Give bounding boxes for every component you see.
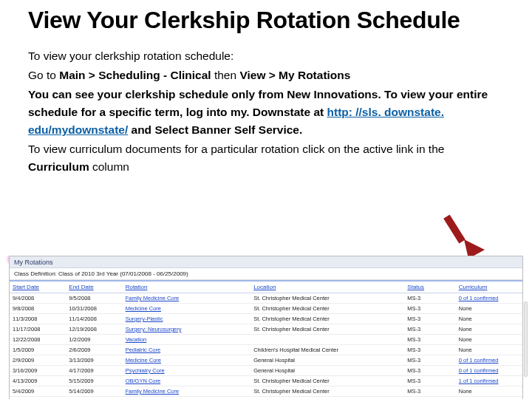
location-cell: General Hospital: [250, 366, 404, 376]
status-cell: MS-3: [404, 366, 455, 376]
start-date-cell: 4/13/2009: [10, 376, 66, 386]
page-title: View Your Clerkship Rotation Schedule: [28, 7, 504, 34]
start-date-cell: 2/9/2009: [10, 355, 66, 366]
location-cell: [250, 335, 404, 345]
rotation-link[interactable]: Surgery: Neurosurgery: [126, 326, 182, 332]
curriculum-cell[interactable]: 0 of 1 confirmed: [456, 355, 522, 366]
end-date-cell: 3/13/2009: [66, 355, 122, 366]
rotation-cell[interactable]: Family Medicine Core: [123, 293, 251, 304]
end-date-cell: 10/31/2008: [66, 304, 122, 314]
location-cell: General Hospital: [250, 355, 404, 366]
nav-view: View > My Rotations: [239, 69, 350, 81]
col-header-location[interactable]: Location: [250, 281, 404, 293]
status-cell: MS-3: [404, 293, 455, 304]
rotation-link[interactable]: Medicine Core: [126, 305, 161, 312]
location-cell: Children's Hospital Medical Center: [250, 345, 404, 355]
start-date-cell: 5/4/2009: [10, 386, 66, 397]
note2a: To view curriculum documents for a parti…: [28, 143, 444, 155]
status-cell: MS-3: [404, 324, 455, 335]
status-cell: MS-3: [404, 397, 455, 400]
location-cell: St. Christopher Medical Center: [250, 314, 404, 324]
status-cell: MS-3: [404, 345, 455, 355]
nav-main: Main > Scheduling - Clinical: [59, 69, 211, 81]
start-date-cell: 11/3/2008: [10, 314, 66, 324]
curriculum-cell[interactable]: 0 of 1 confirmed: [456, 366, 522, 376]
classdef-label: Class Definition:: [14, 270, 57, 277]
table-row: 5/4/20095/14/2009Family Medicine CoreSt.…: [10, 386, 522, 397]
end-date-cell: 11/14/2008: [66, 314, 122, 324]
curriculum-cell: None: [456, 345, 522, 355]
curriculum-cell[interactable]: 0 of 1 confirmed: [456, 293, 522, 304]
start-date-cell: 3/16/2009: [10, 366, 66, 376]
location-cell: St. Christopher Medical Center: [250, 324, 404, 335]
curriculum-cell: None: [456, 314, 522, 324]
col-header-start[interactable]: Start Date: [10, 281, 66, 293]
rotation-cell[interactable]: Vacation: [123, 335, 251, 345]
col-header-status[interactable]: Status: [404, 281, 455, 293]
rotation-cell[interactable]: Psychiatry Core: [123, 366, 251, 376]
table-row: 5/18/20095/19/2009Pediatric CoreSt. Chri…: [10, 397, 522, 400]
slide: View Your Clerkship Rotation Schedule To…: [0, 0, 532, 399]
end-date-cell: 9/5/2008: [66, 293, 122, 304]
curriculum-link[interactable]: 0 of 1 confirmed: [459, 295, 499, 301]
arrow-icon: [442, 213, 486, 260]
curriculum-cell: None: [456, 324, 522, 335]
start-date-cell: 5/18/2009: [10, 397, 66, 400]
instruction-text: To view your clerkship rotation schedule…: [28, 47, 504, 176]
rotation-cell[interactable]: Pediatric Core: [123, 397, 251, 400]
rotation-cell[interactable]: Surgery-Plastic: [123, 314, 251, 324]
nav-prefix: Go to: [28, 69, 59, 81]
col-header-rotation[interactable]: Rotation: [123, 281, 251, 293]
status-cell: MS-3: [404, 314, 455, 324]
curriculum-link[interactable]: 1 of 1 confirmed: [459, 378, 499, 384]
curriculum-cell: None: [456, 397, 522, 400]
start-date-cell: 12/22/2008: [10, 335, 66, 345]
curriculum-link[interactable]: 0 of 1 confirmed: [459, 367, 499, 374]
table-row: 9/8/200810/31/2008Medicine CoreSt. Chris…: [10, 304, 522, 314]
rotation-cell[interactable]: Medicine Core: [123, 355, 251, 366]
rotation-link[interactable]: OB/GYN Core: [126, 378, 161, 384]
note-new-innovations: You can see your clerkship schedule only…: [28, 86, 504, 139]
curriculum-cell[interactable]: 1 of 1 confirmed: [456, 376, 522, 386]
note-curriculum: To view curriculum documents for a parti…: [28, 140, 504, 176]
end-date-cell: 5/14/2009: [66, 386, 122, 397]
start-date-cell: 9/4/2008: [10, 293, 66, 304]
nav-line: Go to Main > Scheduling - Clinical then …: [28, 66, 504, 84]
rotation-link[interactable]: Psychiatry Core: [126, 367, 165, 374]
rotations-table: Start Date End Date Rotation Location St…: [10, 280, 522, 399]
rotation-cell[interactable]: Surgery: Neurosurgery: [123, 324, 251, 335]
table-row: 2/9/20093/13/2009Medicine CoreGeneral Ho…: [10, 355, 522, 366]
curriculum-link[interactable]: 0 of 1 confirmed: [459, 357, 499, 364]
location-cell: St. Christopher Medical Center: [250, 397, 404, 400]
rotation-link[interactable]: Medicine Core: [126, 357, 161, 364]
rotation-link[interactable]: Vacation: [126, 336, 147, 343]
note2-col: Curriculum: [28, 160, 89, 173]
rotation-link[interactable]: Family Medicine Core: [126, 388, 180, 395]
curriculum-cell: None: [456, 304, 522, 314]
svg-rect-0: [443, 214, 466, 243]
rotation-cell[interactable]: Pediatric Core: [123, 345, 251, 355]
curriculum-cell: None: [456, 386, 522, 397]
start-date-cell: 11/17/2008: [10, 324, 66, 335]
end-date-cell: 12/19/2008: [66, 324, 122, 335]
status-cell: MS-3: [404, 386, 455, 397]
table-row: 11/17/200812/19/2008Surgery: Neurosurger…: [10, 324, 522, 335]
location-cell: St. Christopher Medical Center: [250, 293, 404, 304]
rotation-cell[interactable]: OB/GYN Core: [123, 376, 251, 386]
rotation-link[interactable]: Family Medicine Core: [126, 295, 180, 301]
start-date-cell: 1/5/2009: [10, 345, 66, 355]
col-header-curriculum[interactable]: Curriculum: [456, 281, 522, 293]
rotation-cell[interactable]: Family Medicine Core: [123, 386, 251, 397]
col-header-end[interactable]: End Date: [66, 281, 122, 293]
curriculum-cell: None: [456, 335, 522, 345]
rotation-link[interactable]: Surgery-Plastic: [126, 316, 163, 322]
table-row: 3/16/20094/17/2009Psychiatry CoreGeneral…: [10, 366, 522, 376]
rotation-link[interactable]: Pediatric Core: [126, 347, 161, 353]
location-cell: St. Christopher Medical Center: [250, 386, 404, 397]
table-row: 4/13/20095/15/2009OB/GYN CoreSt. Christo…: [10, 376, 522, 386]
rotation-cell[interactable]: Medicine Core: [123, 304, 251, 314]
panel-scrollbar[interactable]: [524, 301, 528, 377]
end-date-cell: 1/2/2009: [66, 335, 122, 345]
class-definition-row: Class Definition: Class of 2010 3rd Year…: [10, 268, 522, 280]
status-cell: MS-3: [404, 304, 455, 314]
